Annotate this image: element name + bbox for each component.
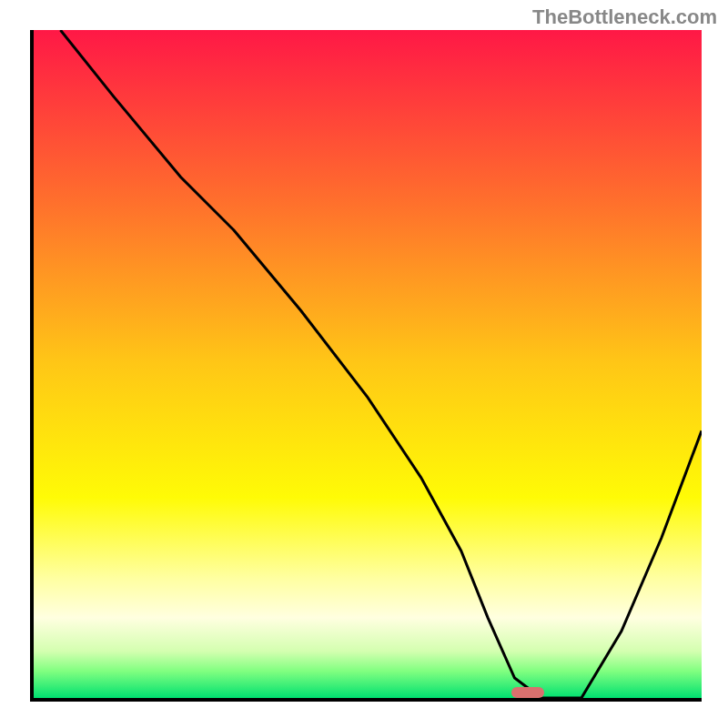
watermark-text: TheBottleneck.com <box>532 5 717 29</box>
optimal-marker <box>511 687 545 698</box>
bottleneck-curve <box>34 30 702 698</box>
plot-area <box>30 30 702 702</box>
chart-container: TheBottleneck.com <box>0 0 728 728</box>
